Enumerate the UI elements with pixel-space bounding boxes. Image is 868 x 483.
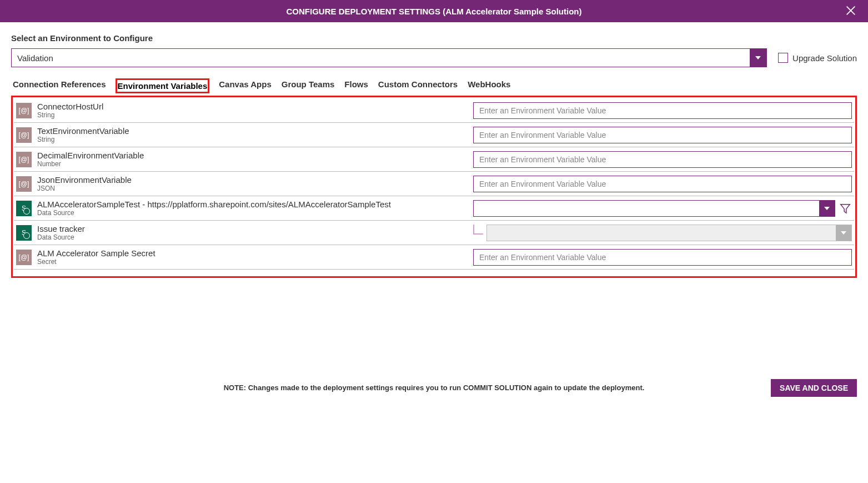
dialog-title: CONFIGURE DEPLOYMENT SETTINGS (ALM Accel…: [287, 7, 582, 16]
variable-icon: [@]: [16, 176, 32, 192]
variable-row: [@] JsonEnvironmentVariable JSON: [14, 172, 854, 196]
upgrade-solution-checkbox[interactable]: Upgrade Solution: [778, 53, 857, 63]
variable-type: JSON: [37, 185, 468, 192]
sharepoint-icon: S: [16, 201, 32, 216]
variable-value-input[interactable]: [473, 176, 852, 192]
variable-type: Number: [37, 160, 468, 168]
datasource-dropdown[interactable]: [473, 200, 835, 217]
variable-type: Data Source: [37, 233, 468, 241]
chevron-down-icon: [819, 201, 835, 216]
checkbox-box: [778, 53, 788, 63]
upgrade-solution-label: Upgrade Solution: [792, 53, 857, 63]
save-and-close-button[interactable]: SAVE AND CLOSE: [771, 379, 857, 397]
variable-name: ALM Accelerator Sample Secret: [37, 248, 468, 258]
variable-icon: [@]: [16, 103, 32, 118]
variable-name: Issue tracker: [37, 224, 468, 233]
variable-type: Secret: [37, 258, 468, 266]
select-environment-label: Select an Environment to Configure: [11, 33, 857, 43]
environment-dropdown-value: Validation: [12, 49, 750, 67]
tab-connection-references[interactable]: Connection References: [12, 78, 107, 93]
tab-canvas-apps[interactable]: Canvas Apps: [218, 78, 272, 93]
chevron-down-icon: [750, 49, 766, 67]
close-icon: [845, 4, 857, 17]
tab-flows[interactable]: Flows: [344, 78, 369, 93]
dialog-header: CONFIGURE DEPLOYMENT SETTINGS (ALM Accel…: [0, 0, 868, 22]
variables-panel: [@] ConnectorHostUrl String [@] TextEnvi…: [11, 96, 857, 278]
close-button[interactable]: [845, 4, 857, 18]
chevron-down-icon: [836, 225, 851, 241]
variable-value-input[interactable]: [473, 151, 852, 168]
variable-name: DecimalEnvironmentVariable: [37, 151, 468, 160]
tab-group-teams[interactable]: Group Teams: [281, 78, 335, 93]
tab-custom-connectors[interactable]: Custom Connectors: [378, 78, 458, 93]
variable-row: [@] TextEnvironmentVariable String: [14, 123, 854, 147]
filter-icon: [839, 202, 851, 215]
variable-name: JsonEnvironmentVariable: [37, 175, 468, 185]
variable-row: S Issue tracker Data Source: [14, 221, 854, 245]
child-indicator-icon: [473, 225, 483, 235]
tab-environment-variables[interactable]: Environment Variables: [116, 78, 210, 93]
variable-row: [@] DecimalEnvironmentVariable Number: [14, 147, 854, 172]
datasource-dropdown-disabled: [486, 225, 852, 241]
variable-value-input[interactable]: [473, 127, 852, 143]
variable-row: [@] ALM Accelerator Sample Secret Secret: [14, 245, 854, 270]
variable-name: TextEnvironmentVariable: [37, 126, 468, 136]
variable-row: [@] ConnectorHostUrl String: [14, 98, 854, 123]
variable-name: ALMAcceleratorSampleTest - https://pplat…: [37, 200, 468, 209]
variable-type: String: [37, 136, 468, 143]
variable-value-input[interactable]: [473, 249, 852, 266]
variable-icon: [@]: [16, 250, 32, 265]
footer-note: NOTE: Changes made to the deployment set…: [224, 384, 645, 392]
variable-icon: [@]: [16, 152, 32, 167]
variable-value-input[interactable]: [473, 102, 852, 119]
tab-webhooks[interactable]: WebHooks: [467, 78, 511, 93]
environment-dropdown[interactable]: Validation: [11, 48, 767, 67]
tab-bar: Connection References Environment Variab…: [11, 78, 857, 93]
sharepoint-icon: S: [16, 225, 32, 241]
filter-button[interactable]: [839, 202, 852, 215]
variable-type: String: [37, 111, 468, 119]
dialog-footer: NOTE: Changes made to the deployment set…: [0, 372, 868, 403]
variable-name: ConnectorHostUrl: [37, 102, 468, 111]
variable-icon: [@]: [16, 127, 32, 143]
variable-row: S ALMAcceleratorSampleTest - https://ppl…: [14, 196, 854, 221]
variable-type: Data Source: [37, 209, 468, 217]
